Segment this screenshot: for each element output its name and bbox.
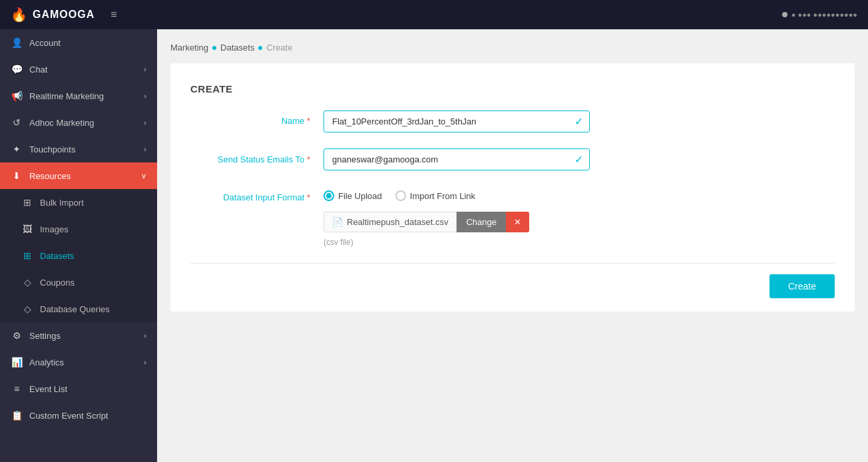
chat-chevron: › [144,65,146,73]
analytics-icon: 📊 [11,357,23,367]
file-upload-section: 📄 Realtimepush_dataset.csv Change ✕ (csv… [324,212,590,247]
sidebar-label-custom-event: Custom Event Script [29,411,108,421]
email-check-icon: ✓ [574,153,583,166]
email-input[interactable] [324,148,590,170]
name-field: ✓ [324,111,590,132]
radio-file-upload[interactable]: File Upload [324,190,382,201]
file-display: 📄 Realtimepush_dataset.csv [324,212,457,232]
sidebar-item-settings[interactable]: ⚙ Settings › [0,322,157,349]
sidebar-label-images: Images [40,224,69,234]
main-content: Marketing Datasets Create CREATE Name * … [157,29,868,462]
main-layout: 👤 Account 💬 Chat › 📢 Realtime Marketing … [0,29,868,462]
user-info: ● ●●● ●●●●●●●●●● [782,11,857,19]
sidebar-label-analytics: Analytics [29,357,64,367]
sidebar-item-analytics[interactable]: 📊 Analytics › [0,349,157,375]
sidebar-label-settings: Settings [29,331,61,341]
coupons-icon: ◇ [21,277,33,288]
sidebar-label-chat: Chat [29,65,47,75]
dataset-format-row: Dataset Input Format * File Upload Impor… [190,186,835,247]
name-label: Name * [190,111,324,126]
file-name: Realtimepush_dataset.csv [347,217,448,227]
sidebar-item-resources[interactable]: ⬇ Resources ∨ [0,162,157,189]
settings-icon: ⚙ [11,330,23,341]
sidebar-item-realtime-marketing[interactable]: 📢 Realtime Marketing › [0,83,157,109]
bulk-import-icon: ⊞ [21,197,33,208]
adhoc-chevron: › [144,118,146,126]
change-button[interactable]: Change [457,212,506,232]
breadcrumb-dot-2 [258,46,262,50]
dataset-format-label: Dataset Input Format * [190,186,324,204]
images-icon: 🖼 [21,224,33,234]
sidebar-item-event-list[interactable]: ≡ Event List [0,375,157,402]
datasets-icon: ⊞ [21,250,33,261]
email-row: Send Status Emails To * ✓ [190,148,835,170]
breadcrumb-dot-1 [212,46,216,50]
hamburger-icon[interactable]: ≡ [110,9,116,21]
name-input[interactable] [324,111,590,132]
breadcrumb-datasets[interactable]: Datasets [220,43,254,53]
sidebar-label-adhoc: Adhoc Marketing [29,118,95,128]
user-avatar-dot [782,12,787,17]
sidebar-item-coupons[interactable]: ◇ Coupons [0,269,157,296]
realtime-chevron: › [144,92,146,100]
sidebar-label-datasets: Datasets [40,251,74,261]
radio-import-link[interactable]: Import From Link [395,190,475,201]
adhoc-icon: ↺ [11,117,23,128]
name-row: Name * ✓ [190,111,835,132]
sidebar-item-images[interactable]: 🖼 Images [0,216,157,242]
logo: 🔥 GAMOOGA ≡ [11,7,117,23]
sidebar-item-database-queries[interactable]: ◇ Database Queries [0,296,157,322]
radio-group: File Upload Import From Link [324,186,590,201]
name-required: * [307,116,310,126]
create-button[interactable]: Create [769,274,835,298]
sidebar-item-adhoc-marketing[interactable]: ↺ Adhoc Marketing › [0,109,157,136]
realtime-marketing-icon: 📢 [11,91,23,101]
logo-text: GAMOOGA [33,9,95,21]
form-actions: Create [190,274,835,298]
sidebar-item-custom-event-script[interactable]: 📋 Custom Event Script [0,402,157,429]
chat-icon: 💬 [11,64,23,75]
name-input-wrapper: ✓ [324,111,590,132]
sidebar-label-coupons: Coupons [40,278,75,288]
sidebar-label-event-list: Event List [29,384,67,394]
radio-import-link-circle [395,190,406,201]
settings-chevron: › [144,332,146,340]
breadcrumb: Marketing Datasets Create [170,43,855,53]
sidebar-label-database-queries: Database Queries [40,304,110,314]
radio-file-upload-label: File Upload [338,191,382,201]
touchpoints-icon: ✦ [11,144,23,154]
email-label: Send Status Emails To * [190,148,324,166]
radio-import-link-label: Import From Link [410,191,475,201]
sidebar-item-datasets[interactable]: ⊞ Datasets [0,242,157,269]
file-upload-row: 📄 Realtimepush_dataset.csv Change ✕ [324,212,590,232]
analytics-chevron: › [144,358,146,366]
resources-icon: ⬇ [11,170,23,181]
sidebar-label-touchpoints: Touchpoints [29,144,75,154]
page-title: CREATE [190,83,835,95]
logo-icon: 🔥 [11,7,27,23]
email-required: * [307,154,310,164]
breadcrumb-marketing[interactable]: Marketing [170,43,208,53]
sidebar-item-chat[interactable]: 💬 Chat › [0,56,157,83]
form-divider [190,263,835,264]
resources-chevron: ∨ [141,172,146,180]
dataset-required: * [307,192,310,202]
dataset-format-field: File Upload Import From Link 📄 Realti [324,186,590,247]
account-icon: 👤 [11,37,23,48]
sidebar-label-resources: Resources [29,171,71,181]
sidebar-label-bulk-import: Bulk Import [40,198,84,208]
sidebar-item-bulk-import[interactable]: ⊞ Bulk Import [0,189,157,216]
name-check-icon: ✓ [574,115,583,128]
topbar: 🔥 GAMOOGA ≡ ● ●●● ●●●●●●●●●● [0,0,868,29]
breadcrumb-create: Create [266,43,292,53]
sidebar-label-realtime-marketing: Realtime Marketing [29,91,104,101]
sidebar-item-account[interactable]: 👤 Account [0,29,157,56]
remove-button[interactable]: ✕ [506,212,529,232]
csv-hint: (csv file) [324,238,590,247]
event-list-icon: ≡ [11,383,23,394]
email-field: ✓ [324,148,590,170]
sidebar-item-touchpoints[interactable]: ✦ Touchpoints › [0,136,157,162]
sidebar: 👤 Account 💬 Chat › 📢 Realtime Marketing … [0,29,157,462]
sidebar-label-account: Account [29,38,61,48]
touchpoints-chevron: › [144,145,146,153]
